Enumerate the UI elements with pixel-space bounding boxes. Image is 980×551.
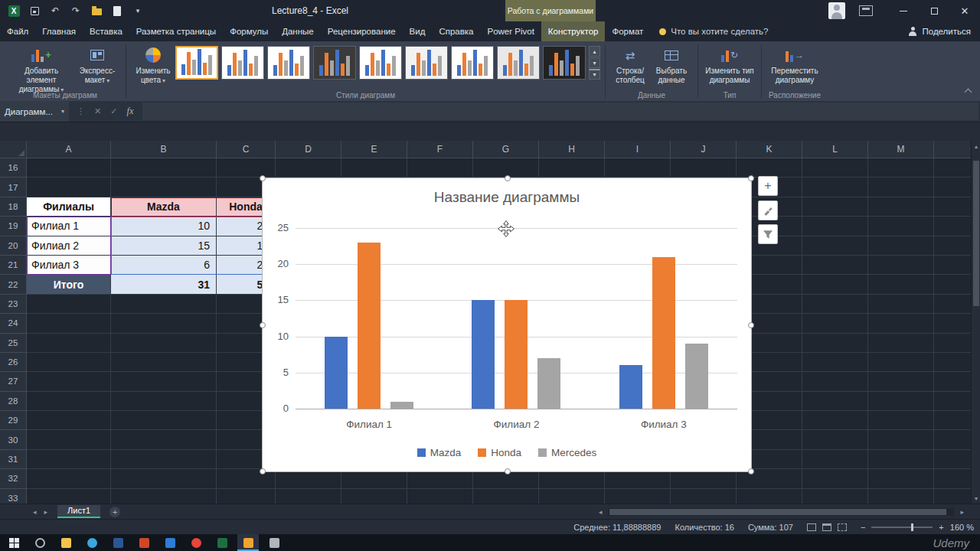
column-header-D[interactable]: D	[276, 141, 341, 158]
taskbar-notes-icon[interactable]	[263, 534, 285, 551]
column-header-F[interactable]: F	[407, 141, 473, 158]
cell-B28[interactable]	[111, 392, 217, 411]
taskbar-start-icon[interactable]	[3, 534, 24, 551]
gallery-down-button[interactable]: ▾	[589, 57, 600, 68]
cell-n32[interactable]	[934, 469, 971, 488]
chart-resize-handle[interactable]	[748, 468, 754, 474]
cell-M26[interactable]	[868, 353, 934, 372]
row-header-16[interactable]: 16	[0, 158, 27, 178]
taskbar-edge-icon[interactable]	[81, 534, 103, 551]
cell-n27[interactable]	[934, 372, 971, 391]
cell-M17[interactable]	[868, 178, 934, 197]
row-header-18[interactable]: 18	[0, 197, 27, 217]
zoom-out-button[interactable]: −	[861, 523, 865, 532]
cell-B25[interactable]	[111, 334, 217, 353]
cell-A29[interactable]	[27, 411, 111, 430]
chart-style-thumbnail[interactable]	[405, 46, 448, 80]
chart-resize-handle[interactable]	[260, 175, 266, 181]
ribbon-tab-справка[interactable]: Справка	[432, 21, 480, 41]
chart-title[interactable]: Название диаграммы	[263, 189, 751, 206]
scroll-down-button[interactable]: ▾	[972, 493, 980, 504]
column-header-I[interactable]: I	[605, 141, 671, 158]
horizontal-scrollbar[interactable]: ◂ ▸	[595, 508, 968, 516]
cell-M21[interactable]	[868, 256, 934, 275]
legend-item[interactable]: Mercedes	[538, 447, 596, 458]
cell-n31[interactable]	[934, 450, 971, 469]
cell-C16[interactable]	[217, 158, 276, 178]
cancel-icon[interactable]: ✕	[94, 106, 101, 116]
vertical-scrollbar-thumb[interactable]	[973, 161, 979, 306]
cell-I16[interactable]	[605, 158, 671, 178]
ribbon-display-options-icon[interactable]	[859, 5, 873, 16]
cell-I32[interactable]	[605, 469, 671, 488]
gallery-more-button[interactable]: ▾	[589, 69, 600, 80]
row-header-23[interactable]: 23	[0, 295, 27, 314]
cell-n20[interactable]	[934, 236, 971, 256]
row-header-30[interactable]: 30	[0, 430, 27, 449]
ribbon-tab-рецензирование[interactable]: Рецензирование	[321, 21, 403, 41]
cell-A22[interactable]: Итого	[27, 275, 111, 294]
cell-H32[interactable]	[539, 469, 605, 488]
cell-A17[interactable]	[27, 178, 111, 197]
cell-G33[interactable]	[473, 489, 539, 504]
cell-D16[interactable]	[276, 158, 341, 178]
cell-A28[interactable]	[27, 392, 111, 411]
column-header-partial[interactable]	[934, 141, 971, 158]
column-header-G[interactable]: G	[473, 141, 539, 158]
row-header-24[interactable]: 24	[0, 314, 27, 333]
change-chart-type-button[interactable]: ↻ Изменить тип диаграммы	[703, 44, 756, 85]
cell-n30[interactable]	[934, 430, 971, 449]
change-colors-button[interactable]: Изменить цвета▾	[131, 44, 175, 86]
minimize-button[interactable]	[888, 0, 919, 21]
cell-M28[interactable]	[868, 392, 934, 411]
row-header-17[interactable]: 17	[0, 178, 27, 197]
cell-A20[interactable]: Филиал 2	[27, 236, 111, 256]
close-button[interactable]: ✕	[949, 0, 980, 21]
select-all-button[interactable]	[0, 141, 27, 158]
cell-A23[interactable]	[27, 295, 111, 314]
scroll-right-button[interactable]: ▸	[956, 508, 968, 516]
ribbon-tab-главная[interactable]: Главная	[35, 21, 83, 41]
cell-n21[interactable]	[934, 256, 971, 275]
bar-honda-1[interactable]	[358, 243, 381, 409]
cell-L21[interactable]	[802, 256, 868, 275]
redo-button[interactable]: ↷	[70, 5, 82, 17]
row-header-19[interactable]: 19	[0, 217, 27, 236]
chart-resize-handle[interactable]	[260, 468, 266, 474]
cell-L17[interactable]	[802, 178, 868, 197]
chart-styles-button[interactable]	[758, 201, 778, 220]
cell-L24[interactable]	[802, 314, 868, 333]
cell-F33[interactable]	[407, 489, 473, 504]
cell-L22[interactable]	[802, 275, 868, 294]
share-button[interactable]: Поделиться	[908, 21, 971, 41]
cell-L23[interactable]	[802, 295, 868, 314]
ribbon-tab-power-pivot[interactable]: Power Pivot	[481, 21, 541, 41]
cell-L33[interactable]	[802, 489, 868, 504]
row-header-31[interactable]: 31	[0, 450, 27, 469]
cell-E32[interactable]	[341, 469, 407, 488]
cell-I33[interactable]	[605, 489, 671, 504]
cell-B24[interactable]	[111, 314, 217, 333]
column-header-M[interactable]: M	[868, 141, 934, 158]
row-header-29[interactable]: 29	[0, 411, 27, 430]
row-header-20[interactable]: 20	[0, 236, 27, 256]
user-avatar[interactable]	[828, 2, 845, 19]
cell-B22[interactable]: 31	[111, 275, 217, 294]
row-header-26[interactable]: 26	[0, 353, 27, 372]
cell-n33[interactable]	[934, 489, 971, 504]
cell-L16[interactable]	[802, 158, 868, 178]
taskbar-outlook-icon[interactable]	[159, 534, 181, 551]
chart-resize-handle[interactable]	[260, 322, 266, 328]
formula-input[interactable]	[142, 103, 978, 120]
scroll-left-button[interactable]: ◂	[595, 508, 606, 516]
cell-B19[interactable]: 10	[111, 217, 217, 236]
chart-resize-handle[interactable]	[748, 322, 754, 328]
select-data-button[interactable]: Выбрать данные	[650, 44, 693, 85]
cell-A32[interactable]	[27, 469, 111, 488]
cell-A27[interactable]	[27, 372, 111, 391]
cell-M27[interactable]	[868, 372, 934, 391]
cell-n18[interactable]	[934, 197, 971, 217]
taskbar-chrome-icon[interactable]	[185, 534, 207, 551]
taskbar-word-icon[interactable]	[107, 534, 129, 551]
cell-B30[interactable]	[111, 430, 217, 449]
